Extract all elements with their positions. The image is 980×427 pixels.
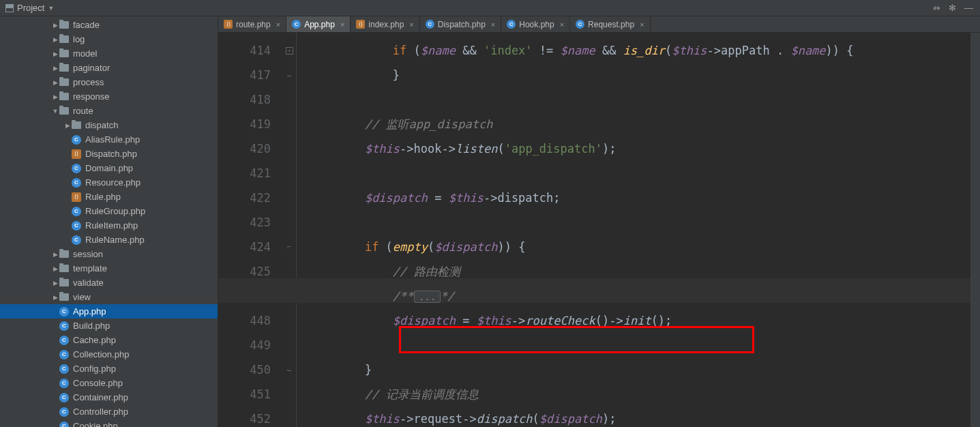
- code-line[interactable]: // 监听app_dispatch: [309, 112, 980, 136]
- tree-item-log[interactable]: ▶log: [0, 32, 218, 46]
- tree-item-aliasrule-php[interactable]: CAliasRule.php: [0, 132, 218, 147]
- tree-item-model[interactable]: ▶model: [0, 46, 218, 61]
- tree-item-rulegroup-php[interactable]: CRuleGroup.php: [0, 204, 218, 218]
- folder-icon: [72, 121, 81, 129]
- tree-item-cache-php[interactable]: CCache.php: [0, 333, 218, 347]
- chevron-right-icon[interactable]: ▶: [51, 251, 59, 258]
- php-class-file-icon: C: [59, 422, 69, 428]
- code-content[interactable]: if ($name && 'index' != $name && is_dir(…: [297, 33, 980, 427]
- folder-icon: [59, 250, 69, 258]
- chevron-right-icon[interactable]: ▶: [51, 22, 59, 29]
- tree-item-resource-php[interactable]: CResource.php: [0, 175, 218, 190]
- close-icon[interactable]: ×: [409, 20, 413, 29]
- close-icon[interactable]: ×: [640, 20, 644, 29]
- code-line[interactable]: }: [309, 357, 980, 382]
- code-line[interactable]: [309, 161, 980, 186]
- project-tool-window-button[interactable]: Project ▼: [0, 0, 59, 16]
- chevron-right-icon[interactable]: ▶: [51, 65, 59, 72]
- php-class-file-icon: C: [507, 20, 516, 29]
- tree-item-paginator[interactable]: ▶paginator: [0, 61, 218, 75]
- fold-close-icon[interactable]: ⌙: [283, 357, 296, 382]
- close-icon[interactable]: ×: [340, 20, 344, 29]
- chevron-right-icon[interactable]: ▶: [51, 36, 59, 43]
- editor-tab-route-php[interactable]: ⟨⟩route.php×: [218, 16, 286, 32]
- fold-open-icon[interactable]: ⌐: [283, 235, 296, 259]
- close-icon[interactable]: ×: [560, 20, 564, 29]
- line-number: 414: [218, 38, 283, 63]
- project-tree[interactable]: ▶facade▶log▶model▶paginator▶process▶resp…: [0, 16, 218, 427]
- tree-item-response[interactable]: ▶response: [0, 89, 218, 104]
- code-line[interactable]: // 记录当前调度信息: [309, 382, 980, 407]
- folder-icon: [59, 50, 69, 57]
- tree-item-label: Config.php: [73, 364, 116, 374]
- chevron-right-icon[interactable]: ▶: [51, 265, 59, 272]
- vertical-scrollbar[interactable]: [970, 33, 980, 427]
- editor-tabs: ⟨⟩route.php×CApp.php×⟨⟩index.php×CDispat…: [218, 16, 980, 33]
- fold-spacer: [283, 407, 296, 427]
- tree-item-label: route: [73, 106, 93, 116]
- php-class-file-icon: C: [72, 207, 81, 216]
- code-line[interactable]: $dispatch = $this->dispatch;: [309, 186, 980, 210]
- tree-item-rulename-php[interactable]: CRuleName.php: [0, 233, 218, 247]
- editor-tab-app-php[interactable]: CApp.php×: [286, 16, 351, 32]
- php-html-file-icon: ⟨⟩: [224, 20, 233, 29]
- scroll-from-source-icon[interactable]: ⇔: [933, 3, 940, 13]
- tree-item-label: session: [73, 249, 103, 259]
- tree-item-cookie-php[interactable]: CCookie.php: [0, 419, 218, 427]
- code-line[interactable]: [309, 87, 980, 112]
- minimize-icon[interactable]: —: [964, 3, 973, 13]
- fold-close-icon[interactable]: ⌙: [283, 63, 296, 87]
- fold-expand-icon[interactable]: +: [283, 38, 296, 63]
- chevron-right-icon[interactable]: ▶: [51, 280, 59, 286]
- chevron-right-icon[interactable]: ▶: [63, 122, 72, 129]
- tab-label: App.php: [304, 20, 335, 29]
- code-line[interactable]: $this->request->dispatch($dispatch);: [309, 407, 980, 427]
- tree-item-session[interactable]: ▶session: [0, 247, 218, 261]
- project-icon: [5, 4, 14, 12]
- tree-item-template[interactable]: ▶template: [0, 261, 218, 276]
- editor-tab-hook-php[interactable]: CHook.php×: [501, 16, 570, 32]
- line-number: 448: [218, 308, 283, 333]
- tree-item-build-php[interactable]: CBuild.php: [0, 319, 218, 333]
- tab-label: Request.php: [588, 20, 634, 29]
- fold-gutter: +⌙⌐+⌙: [283, 33, 297, 427]
- code-line[interactable]: [309, 210, 980, 235]
- tree-item-dispatch-php[interactable]: ⟨⟩Dispatch.php: [0, 147, 218, 161]
- tree-item-view[interactable]: ▶view: [0, 290, 218, 304]
- fold-spacer: [283, 112, 296, 136]
- code-line[interactable]: if (empty($dispatch)) {: [309, 235, 980, 259]
- close-icon[interactable]: ×: [276, 20, 280, 29]
- tree-item-controller-php[interactable]: CController.php: [0, 404, 218, 419]
- code-line[interactable]: $this->hook->listen('app_dispatch');: [309, 136, 980, 161]
- php-html-file-icon: ⟨⟩: [356, 20, 365, 29]
- tree-item-label: dispatch: [85, 120, 118, 130]
- tree-item-app-php[interactable]: CApp.php: [0, 304, 218, 319]
- tree-item-collection-php[interactable]: CCollection.php: [0, 347, 218, 362]
- gear-icon[interactable]: ✻: [949, 3, 956, 13]
- tree-item-rule-php[interactable]: ⟨⟩Rule.php: [0, 190, 218, 204]
- tree-item-ruleitem-php[interactable]: CRuleItem.php: [0, 218, 218, 233]
- tree-item-domain-php[interactable]: CDomain.php: [0, 161, 218, 175]
- editor-tab-dispatch-php[interactable]: CDispatch.php×: [420, 16, 501, 32]
- code-line[interactable]: if ($name && 'index' != $name && is_dir(…: [309, 38, 980, 63]
- chevron-down-icon[interactable]: ▼: [51, 108, 59, 115]
- chevron-right-icon[interactable]: ▶: [51, 79, 59, 86]
- tree-item-process[interactable]: ▶process: [0, 75, 218, 89]
- editor-tab-index-php[interactable]: ⟨⟩index.php×: [351, 16, 419, 32]
- tab-label: route.php: [236, 20, 271, 29]
- code-line[interactable]: }: [309, 63, 980, 87]
- code-editor[interactable]: 4144174184194204214224234244254264484494…: [218, 33, 980, 427]
- tree-item-dispatch[interactable]: ▶dispatch: [0, 118, 218, 132]
- tree-item-route[interactable]: ▼route: [0, 104, 218, 118]
- tree-item-container-php[interactable]: CContainer.php: [0, 390, 218, 404]
- editor-tab-request-php[interactable]: CRequest.php×: [570, 16, 651, 32]
- tree-item-console-php[interactable]: CConsole.php: [0, 376, 218, 390]
- chevron-right-icon[interactable]: ▶: [51, 50, 59, 57]
- tree-item-facade[interactable]: ▶facade: [0, 18, 218, 32]
- tree-item-validate[interactable]: ▶validate: [0, 276, 218, 290]
- tree-item-label: Resource.php: [85, 177, 140, 188]
- chevron-right-icon[interactable]: ▶: [51, 294, 59, 301]
- close-icon[interactable]: ×: [491, 20, 495, 29]
- chevron-right-icon[interactable]: ▶: [51, 93, 59, 100]
- tree-item-config-php[interactable]: CConfig.php: [0, 362, 218, 376]
